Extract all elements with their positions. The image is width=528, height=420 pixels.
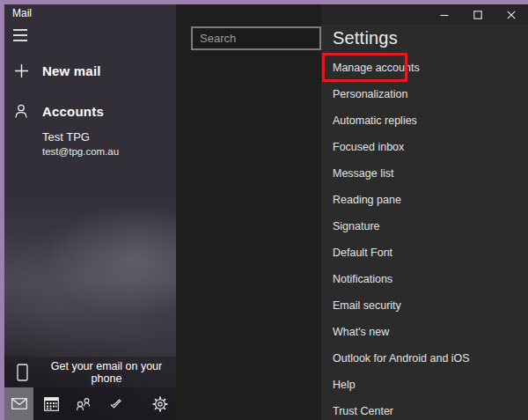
mail-app-window: Mail New mail Accounts Test TPG test@tp [0,0,528,420]
settings-item-message-list[interactable]: Message list [321,160,528,187]
person-icon [12,104,30,119]
get-email-on-phone-button[interactable]: Get your email on your phone [4,357,176,387]
accounts-header-label: Accounts [42,104,104,119]
settings-item-email-security[interactable]: Email security [321,292,528,319]
nav-mail-button[interactable] [4,387,33,420]
close-button[interactable] [495,4,528,25]
plus-icon [12,63,30,78]
minimize-icon [440,11,449,19]
nav-settings-button[interactable] [145,387,174,420]
maximize-icon [473,11,482,19]
settings-item-whats-new[interactable]: What's new [321,319,528,345]
settings-panel: Settings Manage accounts Personalization… [321,4,528,420]
settings-gear-icon [152,396,168,412]
close-icon [507,11,516,19]
settings-panel-title: Settings [333,28,398,48]
nav-people-button[interactable] [69,387,98,420]
settings-item-personalization[interactable]: Personalization [321,81,528,107]
settings-item-automatic-replies[interactable]: Automatic replies [321,107,528,134]
todo-check-icon [109,399,123,409]
accounts-header-button[interactable]: Accounts [4,99,176,122]
settings-item-reading-pane[interactable]: Reading pane [321,187,528,213]
settings-list: Manage accounts Personalization Automati… [321,55,528,420]
account-email: test@tpg.com.au [42,146,119,157]
calendar-icon [44,396,59,411]
sidebar-bottom-navbar [4,387,176,420]
mail-icon [11,398,27,409]
message-list-pane [176,4,321,420]
window-accent-border-top [0,0,528,4]
settings-item-outlook-android-ios[interactable]: Outlook for Android and iOS [321,345,528,372]
account-entry[interactable]: Test TPG test@tpg.com.au [42,130,119,157]
settings-item-signature[interactable]: Signature [321,213,528,239]
sidebar: Mail New mail Accounts Test TPG test@tp [4,4,176,420]
app-title: Mail [12,7,32,19]
new-mail-label: New mail [42,63,101,78]
settings-item-default-font[interactable]: Default Font [321,239,528,266]
settings-item-help[interactable]: Help [321,372,528,398]
get-email-on-phone-label: Get your email on your phone [37,360,176,385]
nav-todo-button[interactable] [101,387,130,420]
people-icon [75,397,92,411]
hamburger-icon [13,29,27,31]
settings-item-focused-inbox[interactable]: Focused inbox [321,134,528,160]
window-accent-border-left [0,0,4,420]
window-titlebar [321,4,528,25]
search-input[interactable] [191,26,321,50]
maximize-button[interactable] [461,4,495,25]
new-mail-button[interactable]: New mail [4,59,176,82]
settings-item-manage-accounts[interactable]: Manage accounts [321,55,528,81]
nav-calendar-button[interactable] [37,387,66,420]
hamburger-menu-button[interactable] [11,27,31,43]
settings-item-notifications[interactable]: Notifications [321,266,528,292]
phone-icon [17,364,28,381]
account-name: Test TPG [42,130,119,144]
settings-item-trust-center[interactable]: Trust Center [321,398,528,420]
minimize-button[interactable] [428,4,461,25]
